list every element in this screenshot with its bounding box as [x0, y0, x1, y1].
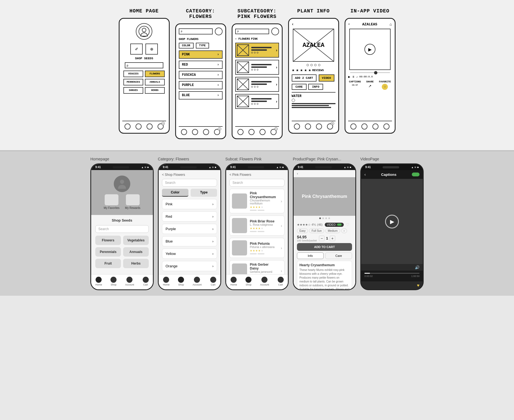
wf1-nav-1[interactable] — [125, 123, 131, 130]
mp4-tab-info[interactable]: Info — [297, 252, 324, 259]
mp1-cat-vegetables[interactable]: Vegetables — [123, 236, 149, 245]
wf5-nav-1[interactable] — [350, 123, 356, 130]
mp3-product-3[interactable]: Pink Petunia Petunia x atkinsiana ★ ★ ★ … — [229, 238, 285, 258]
wf4-nav-3[interactable] — [316, 123, 322, 130]
mp2-filter-color[interactable]: Color — [162, 189, 188, 197]
mp2-cat-purple[interactable]: Purple › — [162, 224, 217, 234]
mp2-breadcrumb[interactable]: < Shop Flowers — [162, 173, 217, 177]
wf5-off-label[interactable]: OF — [355, 84, 358, 86]
mp1-nav-cart[interactable]: Cart — [143, 277, 149, 286]
wf2-cat-fuschia[interactable]: FUSCHIA › — [179, 71, 223, 79]
wf1-nav-3[interactable] — [147, 123, 153, 130]
wf3-product-1[interactable]: › — [235, 43, 279, 58]
mp5-video-area[interactable]: ▶ — [361, 179, 423, 264]
wf5-nav-3[interactable] — [372, 123, 378, 130]
mp1-nav-shop[interactable]: Shop — [110, 277, 117, 286]
mp5-progress-bar[interactable] — [364, 273, 420, 274]
mp2-cat-yellow[interactable]: Yellow › — [162, 249, 217, 259]
wf2-tab-color[interactable]: COLOR — [179, 43, 194, 49]
mp5-heart-button[interactable]: ♥ — [417, 283, 420, 288]
wf1-cat-shrues[interactable]: SHRUES — [123, 87, 143, 94]
wf5-progress-thumb[interactable] — [374, 71, 377, 74]
wf4-tab-info[interactable]: INFO — [308, 84, 323, 90]
mp4-tab-care[interactable]: Care — [325, 252, 352, 259]
mp4-qty-minus[interactable]: − — [319, 236, 324, 241]
wf2-nav-2[interactable] — [192, 129, 198, 135]
mp2-nav-shop[interactable]: Shop — [178, 277, 184, 286]
wf4-nav-4[interactable]: 0 — [327, 123, 333, 130]
wf2-cat-blue[interactable]: BLUE › — [179, 91, 223, 99]
mp1-cat-flowers[interactable]: Flowers — [95, 236, 121, 245]
wf5-progress[interactable] — [350, 72, 390, 73]
wf2-cat-purple[interactable]: PURPLE › — [179, 81, 223, 89]
wf1-cat-annuals[interactable]: ANNUALS — [145, 79, 165, 85]
wf3-product-3[interactable]: › — [235, 77, 279, 92]
mp3-product-1[interactable]: Pink Chrysanthemum Chrysanthemum morifol… — [229, 189, 285, 213]
wf5-on-label[interactable]: ON — [352, 84, 355, 86]
mp2-cat-orange[interactable]: Orange › — [162, 261, 217, 271]
mp5-play-button[interactable]: ▶ — [385, 215, 399, 228]
wf2-tab-type[interactable]: TYPE — [196, 43, 209, 49]
wf3-nav-3[interactable] — [259, 129, 266, 135]
mp2-nav-cart[interactable]: Cart — [210, 277, 216, 286]
wf3-breadcrumb-back[interactable]: ‹ FLOWERS — [235, 37, 250, 41]
mp4-qty-plus[interactable]: + — [330, 236, 335, 241]
mp2-search-bar[interactable]: Search — [162, 179, 217, 187]
wf2-cat-pink[interactable]: PINK › — [179, 50, 223, 59]
wf4-back[interactable]: ‹ — [292, 22, 336, 26]
mp3-search-bar[interactable]: Search — [229, 179, 285, 187]
mp3-nav-shop[interactable]: Shop — [245, 277, 251, 286]
mp2-nav-account[interactable]: Account — [193, 277, 202, 286]
mp5-volume-icon[interactable]: 🔊 — [415, 265, 420, 270]
wf2-nav-3[interactable] — [203, 129, 209, 135]
mp2-cat-blue[interactable]: Blue › — [162, 236, 217, 246]
mp2-cat-pink[interactable]: Pink › — [162, 199, 217, 209]
mp3-nav-cart[interactable]: Cart — [278, 277, 284, 286]
wf5-share-icon[interactable]: ↗ — [368, 84, 372, 88]
wf5-nav-4[interactable] — [383, 123, 389, 130]
wf2-nav-1[interactable] — [181, 129, 187, 135]
mp4-heart-icon[interactable]: ♡ — [346, 222, 350, 227]
mp1-favorites[interactable]: My Favorites — [104, 194, 120, 209]
wf4-tab-care[interactable]: CARE — [292, 84, 307, 90]
wf3-nav-4[interactable]: 0 — [270, 129, 277, 135]
mp5-back-btn[interactable]: ‹ — [364, 172, 366, 177]
wf3-product-4[interactable]: › — [235, 94, 279, 109]
mp4-back-nav[interactable]: ‹ — [294, 170, 355, 177]
wf5-pause-ctrl[interactable]: ⏸ — [352, 75, 355, 78]
mp1-search-bar[interactable]: Search — [95, 225, 149, 233]
wf5-play-button[interactable]: ▶ — [364, 44, 375, 55]
mp3-nav-home[interactable]: Home — [230, 277, 237, 286]
wf1-nav-2[interactable] — [136, 123, 142, 130]
wf1-cat-perrenies[interactable]: PERRENIES — [123, 79, 143, 85]
wf3-product-2[interactable]: › — [235, 60, 279, 75]
wf1-cat-herbs[interactable]: HERBS — [145, 87, 165, 94]
wf1-nav-4[interactable]: 4 — [158, 123, 164, 130]
mp2-cat-red[interactable]: Red › — [162, 211, 217, 222]
wf3-nav-1[interactable] — [237, 129, 244, 135]
wf4-nav-2[interactable] — [305, 123, 311, 130]
wf3-nav-2[interactable] — [248, 129, 255, 135]
mp3-nav-account[interactable]: Account — [260, 277, 269, 286]
mp1-nav-account[interactable]: Account — [125, 277, 134, 286]
mp1-cat-fruit[interactable]: Fruit — [95, 259, 121, 268]
mp1-cat-perennials[interactable]: Perennials — [95, 247, 121, 257]
mp1-rewards[interactable]: My Rewards — [125, 194, 140, 209]
mp2-filter-type[interactable]: Type — [191, 189, 217, 197]
wf2-cat-red[interactable]: RED › — [179, 61, 223, 69]
wf5-video-area[interactable]: ▶ — [349, 29, 391, 70]
wf1-cat-veggies[interactable]: VEGGIES — [123, 71, 143, 77]
wf5-nav-2[interactable] — [361, 123, 367, 130]
mp1-cat-herbs[interactable]: Herbs — [123, 259, 149, 268]
wf5-audio-ctrl[interactable]: ♪ — [356, 75, 358, 78]
wf5-home-icon[interactable]: ⌂ — [389, 22, 392, 26]
mp4-add-to-cart-btn[interactable]: ADD TO CART — [297, 243, 352, 251]
mp2-nav-home[interactable]: Home — [163, 277, 169, 286]
mp1-cat-annuals[interactable]: Annuals — [123, 247, 149, 257]
wf4-video-btn[interactable]: VIDEO — [319, 74, 334, 82]
wf4-add-to-cart-btn[interactable]: ADD 2 CART — [292, 74, 316, 82]
wf5-heart-btn[interactable]: ♡ — [382, 84, 388, 90]
mp4-video-badge[interactable]: VIDEO — [325, 223, 344, 227]
wf1-cat-flowers[interactable]: FLOWERS — [145, 71, 165, 77]
wf5-back[interactable]: ‹ — [348, 22, 350, 26]
